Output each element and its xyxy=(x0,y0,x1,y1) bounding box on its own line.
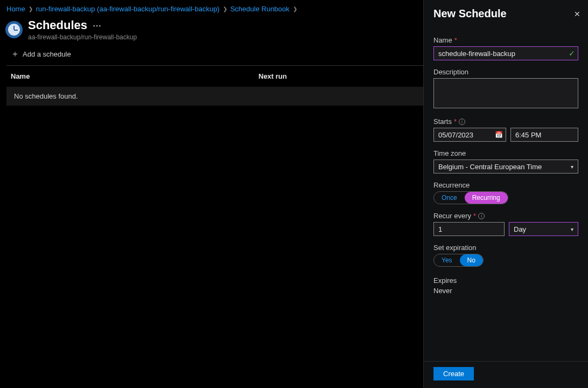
add-schedule-label: Add a schedule xyxy=(23,50,71,58)
recurrence-toggle: Once Recurring xyxy=(433,191,508,204)
timezone-label: Time zone xyxy=(433,149,466,157)
recur-every-label: Recur every xyxy=(433,212,471,220)
info-icon[interactable]: i xyxy=(459,119,465,125)
name-input[interactable] xyxy=(433,46,578,60)
description-label: Description xyxy=(433,68,468,76)
page-title: Schedules xyxy=(28,18,87,32)
check-icon: ✓ xyxy=(569,49,575,58)
calendar-icon[interactable]: 📅 xyxy=(495,131,503,138)
expires-label: Expires xyxy=(433,276,457,285)
required-marker: * xyxy=(454,36,457,44)
timezone-select[interactable]: Belgium - Central European Time ▾ xyxy=(433,160,578,174)
panel-title: New Schedule xyxy=(433,8,507,20)
set-expiration-label: Set expiration xyxy=(433,244,477,252)
more-actions-button[interactable]: ⋯ xyxy=(93,20,102,31)
column-name: Name xyxy=(11,72,258,80)
chevron-right-icon: ❯ xyxy=(29,6,33,12)
clock-icon xyxy=(5,21,23,38)
chevron-down-icon: ▾ xyxy=(571,164,573,170)
name-label: Name xyxy=(433,36,452,44)
recurrence-once[interactable]: Once xyxy=(434,192,465,204)
start-time-input[interactable] xyxy=(510,128,578,142)
new-schedule-panel: New Schedule ✕ Name * ✓ Description Star… xyxy=(423,0,588,388)
expiration-no[interactable]: No xyxy=(460,254,483,266)
create-button[interactable]: Create xyxy=(433,367,474,380)
expires-value: Never xyxy=(433,287,578,295)
expiration-toggle: Yes No xyxy=(433,254,484,267)
recurrence-recurring[interactable]: Recurring xyxy=(465,192,508,204)
breadcrumb-schedule[interactable]: Schedule Runbook xyxy=(230,5,290,13)
recur-unit-value: Day xyxy=(514,225,526,233)
page-subtitle: aa-firewall-backup/run-firewall-backup xyxy=(28,33,137,41)
close-icon[interactable]: ✕ xyxy=(574,10,580,18)
description-input[interactable] xyxy=(433,78,578,108)
starts-label: Starts xyxy=(433,117,452,126)
recurrence-label: Recurrence xyxy=(433,181,470,189)
breadcrumb-runbook[interactable]: run-firewall-backup (aa-firewall-backup/… xyxy=(36,5,220,13)
info-icon[interactable]: i xyxy=(478,213,485,219)
chevron-right-icon: ❯ xyxy=(293,6,297,12)
chevron-down-icon: ▾ xyxy=(571,226,573,232)
breadcrumb-home[interactable]: Home xyxy=(6,5,25,13)
expiration-yes[interactable]: Yes xyxy=(434,254,460,266)
recur-number-input[interactable] xyxy=(433,222,505,236)
chevron-right-icon: ❯ xyxy=(223,6,227,12)
required-marker: * xyxy=(454,117,457,126)
timezone-value: Belgium - Central European Time xyxy=(438,163,542,171)
plus-icon: ＋ xyxy=(11,48,18,60)
required-marker: * xyxy=(473,212,476,220)
recur-unit-select[interactable]: Day ▾ xyxy=(509,222,578,236)
